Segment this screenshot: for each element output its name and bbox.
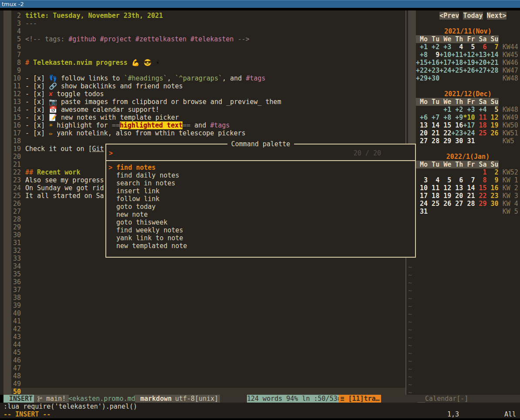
today-button[interactable]: Today — [463, 12, 483, 20]
calendar-day[interactable]: 19 — [487, 121, 499, 129]
calendar-day[interactable]: +27 — [475, 67, 486, 74]
calendar-day[interactable]: 26 — [487, 129, 499, 137]
calendar-day[interactable]: +1 — [439, 106, 451, 114]
calendar-day[interactable] — [475, 208, 486, 215]
calendar-day[interactable]: +28 — [487, 67, 499, 74]
calendar-day[interactable]: 21 — [463, 192, 475, 200]
calendar-scrollbar[interactable] — [408, 10, 416, 144]
editor-line[interactable]: - [x] ✘ toggle todos — [25, 90, 104, 98]
calendar-day[interactable]: *10 — [463, 114, 475, 121]
calendar-day[interactable] — [428, 168, 439, 176]
calendar-day[interactable]: +22 — [416, 67, 428, 74]
calendar-day[interactable]: +12 — [463, 51, 475, 59]
calendar-day[interactable]: 11 — [428, 184, 439, 192]
calendar-day[interactable] — [487, 208, 499, 215]
calendar-day[interactable]: 21 — [428, 129, 439, 137]
editor-line[interactable]: title: Tuesday, November 23th, 2021 — [25, 12, 163, 20]
calendar-day[interactable]: +7 — [428, 114, 439, 121]
window-titlebar[interactable]: tmux -2 — [0, 0, 520, 8]
calendar-day[interactable] — [416, 168, 428, 176]
palette-item[interactable]: > find notes — [106, 164, 415, 171]
palette-item[interactable]: find weekly notes — [106, 226, 415, 234]
calendar-day[interactable]: 13 — [416, 121, 428, 129]
calendar-day[interactable]: 31 — [416, 208, 428, 215]
calendar-day[interactable]: 6 — [451, 176, 463, 184]
calendar-day[interactable] — [463, 74, 475, 82]
calendar-day[interactable]: +23 — [451, 129, 463, 137]
calendar-day[interactable]: +24 — [463, 129, 475, 137]
calendar-day[interactable]: +20 — [475, 59, 486, 67]
calendar-day[interactable]: +9 — [451, 114, 463, 121]
palette-item[interactable]: yank link to note — [106, 234, 415, 242]
calendar-day[interactable] — [475, 137, 486, 145]
calendar-day[interactable]: +29 — [416, 74, 428, 82]
palette-prompt-row[interactable]: > 20 / 20 — [106, 144, 415, 161]
editor-line[interactable]: - [x] ✏ yank notelink, also from wthin t… — [25, 129, 246, 137]
editor-line[interactable]: # Telekasten.nvim progress 💪 😎 ⚡ — [25, 59, 159, 67]
calendar-day[interactable]: 28 — [463, 200, 475, 208]
calendar-day[interactable]: +8 — [416, 51, 428, 59]
calendar-day[interactable]: 25 — [428, 200, 439, 208]
palette-item[interactable]: search in notes — [106, 179, 415, 187]
calendar-day[interactable]: 15 — [475, 184, 486, 192]
calendar-day[interactable] — [451, 168, 463, 176]
calendar-day[interactable]: 9 — [428, 51, 439, 59]
calendar-day[interactable]: 26 — [439, 200, 451, 208]
calendar-day[interactable]: +3 — [463, 106, 475, 114]
calendar-day[interactable]: +10 — [439, 51, 451, 59]
editor-line[interactable]: On Sunday we got rid — [25, 184, 104, 192]
calendar-day[interactable]: +17 — [439, 59, 451, 67]
calendar-day[interactable] — [475, 74, 486, 82]
editor-line[interactable]: Check it out on [Git — [25, 145, 104, 153]
calendar-day[interactable]: 4 — [428, 176, 439, 184]
editor-line[interactable]: --- — [25, 20, 37, 27]
calendar-day[interactable]: +4 — [475, 106, 486, 114]
calendar-day[interactable]: 1 — [475, 168, 486, 176]
calendar-day[interactable] — [439, 74, 451, 82]
calendar-day[interactable]: +25 — [451, 67, 463, 74]
calendar-day[interactable]: +21 — [487, 59, 499, 67]
editor-line[interactable]: ## Recent work — [25, 168, 80, 176]
calendar-day[interactable] — [487, 74, 499, 82]
editor-line[interactable]: - [x] 👣 follow links to `#headings`, `^p… — [25, 74, 266, 82]
calendar-day[interactable]: 11 — [475, 114, 486, 121]
calendar-day[interactable] — [463, 208, 475, 215]
calendar-day[interactable]: +26 — [463, 67, 475, 74]
calendar-day[interactable]: 30 — [451, 137, 463, 145]
calendar-day[interactable]: +6 — [416, 114, 428, 121]
calendar-day[interactable]: 24 — [416, 200, 428, 208]
calendar-day[interactable]: 29 — [439, 137, 451, 145]
calendar-day[interactable]: +18 — [451, 59, 463, 67]
palette-item[interactable]: find daily notes — [106, 171, 415, 179]
calendar-day[interactable]: +13 — [475, 51, 486, 59]
vim-command-line[interactable]: :lua require('telekasten').panel() — [3, 403, 137, 410]
calendar-day[interactable]: +15 — [416, 59, 428, 67]
calendar-day[interactable]: 13 — [451, 184, 463, 192]
calendar-day[interactable]: 25 — [475, 129, 486, 137]
calendar-day[interactable] — [439, 208, 451, 215]
calendar-day[interactable] — [487, 137, 499, 145]
calendar-day[interactable]: 31 — [463, 137, 475, 145]
palette-item[interactable]: insert link — [106, 187, 415, 195]
calendar-day[interactable]: 7 — [463, 176, 475, 184]
calendar-day[interactable] — [428, 208, 439, 215]
calendar-day[interactable]: 18 — [475, 121, 486, 129]
calendar-day[interactable]: 27 — [416, 137, 428, 145]
calendar-day[interactable]: 20 — [451, 192, 463, 200]
calendar-day[interactable]: +1 — [416, 43, 428, 51]
editor-line[interactable]: It all started on Sa — [25, 192, 104, 200]
palette-item[interactable]: new templated note — [106, 242, 415, 250]
next-month-button[interactable]: Next> — [487, 12, 506, 20]
calendar-day[interactable]: 18 — [428, 192, 439, 200]
left-scrollbar[interactable] — [3, 10, 11, 395]
calendar-day[interactable] — [451, 208, 463, 215]
calendar-day[interactable]: 3 — [416, 176, 428, 184]
calendar-day[interactable]: +30 — [428, 74, 439, 82]
calendar-day[interactable]: 23 — [487, 192, 499, 200]
calendar-day[interactable]: 4 — [451, 43, 463, 51]
calendar-day[interactable]: 8 — [475, 176, 486, 184]
calendar-day[interactable]: +14 — [487, 51, 499, 59]
calendar-day[interactable]: +16 — [428, 59, 439, 67]
calendar-day[interactable]: 28 — [428, 137, 439, 145]
editor-line[interactable]: - [x] ☀ highlight for ==highlighted text… — [25, 121, 230, 129]
